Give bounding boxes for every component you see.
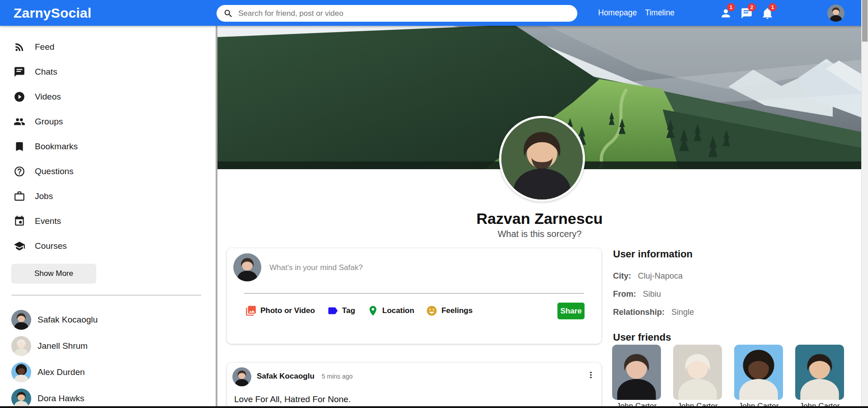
sidebar-item-feed[interactable]: Feed <box>0 34 216 59</box>
profile-tagline: What is this sorcery? <box>217 229 862 239</box>
sidebar-nav: Feed Chats Videos Groups Bookmarks Quest… <box>0 34 216 258</box>
sidebar-friend-item[interactable]: Safak Kocaoglu <box>0 307 216 333</box>
composer-avatar <box>233 253 261 281</box>
notification-badge: 2 <box>748 3 756 11</box>
nav-link-homepage[interactable]: Homepage <box>598 8 637 18</box>
main-content: Razvan Zarnescu What is this sorcery? Ph… <box>217 26 862 408</box>
user-friends-cards: John Carter John Carter John Carter John… <box>612 345 856 408</box>
search-icon <box>223 9 233 19</box>
sidebar: Feed Chats Videos Groups Bookmarks Quest… <box>0 26 217 408</box>
post-card: Safak Kocaoglu 5 mins ago Love For All, … <box>227 363 601 408</box>
composer-divider <box>244 293 584 294</box>
friend-name: Alex Durden <box>38 367 85 377</box>
location-icon <box>367 305 379 317</box>
sidebar-item-events[interactable]: Events <box>0 209 216 233</box>
search-input[interactable] <box>237 9 565 19</box>
composer-action-feelings[interactable]: Feelings <box>426 305 472 317</box>
feelings-icon <box>426 305 438 317</box>
sidebar-friends-list: Safak Kocaoglu Janell Shrum Alex Durden … <box>0 307 216 408</box>
friend-avatar <box>11 310 31 330</box>
post-timestamp: 5 mins ago <box>322 373 353 380</box>
page-scrollbar-track[interactable] <box>861 0 868 408</box>
user-info-value: Cluj-Napoca <box>638 271 683 281</box>
user-info-row: Relationship: Single <box>613 303 694 321</box>
bookmark-icon <box>14 141 25 152</box>
groups-icon <box>14 116 25 128</box>
briefcase-icon <box>14 190 25 202</box>
composer-action-tag[interactable]: Tag <box>327 305 355 317</box>
nav-link-timeline[interactable]: Timeline <box>645 8 675 18</box>
user-friend-photo <box>612 345 661 400</box>
photo-icon <box>245 305 257 317</box>
post-menu-button[interactable] <box>584 368 598 382</box>
sidebar-friend-item[interactable]: Dora Hawks <box>0 385 216 408</box>
friend-avatar <box>11 389 31 408</box>
composer-actions: Photo or Video Tag Location Feelings <box>245 302 484 320</box>
friend-name: Janell Shrum <box>38 341 88 351</box>
app-window: ZarnySocial Homepage Timeline 121 Feed C… <box>0 0 868 408</box>
header-avatar[interactable] <box>827 5 844 22</box>
app-logo[interactable]: ZarnySocial <box>14 0 91 26</box>
composer-action-location[interactable]: Location <box>367 305 415 317</box>
share-button[interactable]: Share <box>557 303 585 319</box>
sidebar-item-bookmarks[interactable]: Bookmarks <box>0 134 216 159</box>
sidebar-friend-item[interactable]: Alex Durden <box>0 359 216 385</box>
notifications-button[interactable]: 1 <box>757 3 778 24</box>
user-friend-photo <box>795 345 844 400</box>
messages-button[interactable]: 2 <box>736 3 757 24</box>
user-info-value: Sibiu <box>643 289 661 299</box>
header-nav: Homepage Timeline <box>598 0 675 26</box>
friend-name: Safak Kocaoglu <box>38 315 98 325</box>
post-author-avatar[interactable] <box>232 367 251 386</box>
sidebar-item-courses[interactable]: Courses <box>0 233 216 258</box>
sidebar-item-questions[interactable]: Questions <box>0 159 216 184</box>
friend-name: Dora Hawks <box>38 394 84 403</box>
page-scrollbar-thumb[interactable] <box>862 0 868 42</box>
sidebar-item-videos[interactable]: Videos <box>0 84 216 109</box>
user-friend-card[interactable]: John Carter <box>612 345 661 408</box>
search-bar <box>217 5 577 22</box>
header-actions: 121 <box>715 3 778 24</box>
sidebar-item-groups[interactable]: Groups <box>0 109 216 134</box>
profile-avatar <box>499 116 585 202</box>
friend-avatar <box>11 336 31 356</box>
user-info-row: City: Cluj-Napoca <box>613 267 694 285</box>
show-more-button[interactable]: Show More <box>11 264 96 284</box>
post-header: Safak Kocaoglu 5 mins ago <box>257 372 353 381</box>
chat-icon <box>14 66 25 78</box>
user-information-title: User information <box>613 248 693 260</box>
user-info-row: From: Sibiu <box>613 285 694 303</box>
notification-badge: 1 <box>727 3 735 11</box>
sidebar-friend-item[interactable]: Janell Shrum <box>0 333 216 359</box>
help-icon <box>14 166 25 177</box>
sidebar-item-chats[interactable]: Chats <box>0 59 216 84</box>
user-friend-card[interactable]: John Carter <box>734 345 783 408</box>
user-info-label: Relationship: <box>613 308 665 317</box>
friend-requests-button[interactable]: 1 <box>715 3 736 24</box>
notification-badge: 1 <box>769 3 777 11</box>
friend-avatar <box>11 362 31 382</box>
user-friends-title: User friends <box>613 332 671 343</box>
user-info-label: From: <box>613 289 636 299</box>
play-icon <box>14 91 25 103</box>
sidebar-divider <box>11 295 201 295</box>
school-icon <box>14 240 25 252</box>
tag-icon <box>327 305 339 317</box>
user-information-rows: City: Cluj-Napoca From: Sibiu Relationsh… <box>613 267 694 321</box>
feed-icon <box>14 41 25 53</box>
composer-input[interactable] <box>269 259 587 276</box>
post-author-name[interactable]: Safak Kocaoglu <box>257 372 315 381</box>
user-friend-card[interactable]: John Carter <box>795 345 844 408</box>
post-composer: Photo or Video Tag Location Feelings Sha… <box>227 248 601 344</box>
window-bottom-edge <box>0 406 868 408</box>
user-info-label: City: <box>613 271 631 281</box>
user-friend-card[interactable]: John Carter <box>673 345 722 408</box>
calendar-icon <box>14 215 25 227</box>
top-navbar: ZarnySocial Homepage Timeline 121 <box>0 0 868 26</box>
post-text: Love For All, Hatred For None. <box>234 394 351 404</box>
sidebar-item-jobs[interactable]: Jobs <box>0 184 216 209</box>
user-info-value: Single <box>671 308 694 317</box>
profile-name: Razvan Zarnescu <box>217 210 862 228</box>
user-friend-photo <box>734 345 783 400</box>
composer-action-photo-or-video[interactable]: Photo or Video <box>245 305 315 317</box>
